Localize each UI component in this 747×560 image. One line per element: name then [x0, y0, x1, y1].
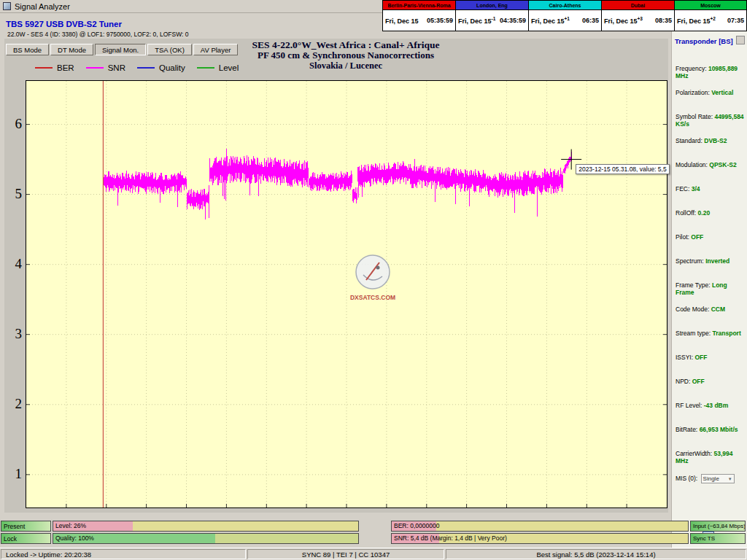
statusbar-panel-1: SYNC 89 | TEI 7 | CC 10347	[247, 549, 444, 559]
transponder-row-rf-level: RF Level: -43 dBm	[676, 402, 746, 409]
param-value: Transport	[713, 330, 741, 337]
legend-label: BER	[57, 63, 74, 72]
status-flag: Present	[1, 521, 51, 532]
panel-options-button[interactable]	[736, 36, 745, 44]
bar-fill	[436, 521, 688, 531]
clock-time-row: Fri, Dec 1505:35:59	[382, 10, 455, 31]
status-flag: Lock	[1, 533, 51, 544]
y-axis-label: 3	[4, 326, 22, 342]
transponder-row-polarization: Polarization: Vertical	[676, 89, 746, 96]
grid	[26, 81, 667, 508]
clock-time-row: Fri, Dec 15-104:35:59	[455, 10, 528, 31]
clock-time-row: Fri, Dec 15+308:35	[601, 10, 674, 31]
tuner-title: TBS 5927 USB DVB-S2 Tuner	[6, 20, 122, 28]
cursor-tooltip: 2023-12-15 05.31.08, value: 5,5	[576, 164, 670, 174]
param-label: Symbol Rate:	[676, 113, 713, 120]
transponder-row-npd: NPD: OFF	[676, 378, 746, 385]
param-label: Frequency:	[676, 65, 707, 72]
param-value: OFF	[691, 233, 703, 241]
param-label: Stream type:	[676, 330, 711, 337]
app-icon	[3, 2, 11, 10]
param-label: Code Mode:	[676, 306, 709, 313]
param-value: OFF	[692, 378, 705, 385]
meter-bar: Level: 26%	[53, 521, 359, 532]
plot-area[interactable]: DXSATCS.COM 2023-12-15 05.31.08, value: …	[26, 80, 667, 508]
transponder-row-symbol-rate: Symbol Rate: 44995,584 KS/s	[676, 113, 746, 128]
param-label: Standard:	[676, 137, 703, 144]
statusbar-panel-2: Best signal: 5,5 dB (2023-12-14 15:14)	[446, 549, 746, 559]
y-axis-label: 4	[4, 256, 22, 272]
gap	[359, 533, 391, 544]
legend-item-quality: Quality	[137, 63, 185, 72]
status-row-lock: LockQuality: 100%SNR: 5,4 dB (Margin: 1,…	[1, 533, 746, 544]
y-axis-label: 2	[4, 396, 22, 412]
transponder-row-frequency: Frequency: 10985,889 MHz	[676, 65, 746, 79]
param-value: Vertical	[711, 89, 733, 96]
param-label: CarrierWidth:	[676, 450, 712, 457]
signal-plot: DXSATCS.COM	[26, 81, 667, 508]
transponder-row-code-mode: Code Mode: CCM	[676, 306, 746, 313]
bar-fill	[215, 534, 358, 543]
signal-analyzer-window: Signal Analyzer Berlin-Paris-Vienna-Roma…	[0, 0, 747, 560]
legend-item-level: Level	[197, 63, 239, 72]
legend-label: Quality	[159, 63, 185, 72]
legend-swatch	[86, 67, 104, 69]
status-row-present: PresentLevel: 26%BER: 0,0000000Input (~6…	[1, 521, 746, 532]
param-label: Frame Type:	[676, 281, 711, 289]
param-label: RollOff:	[676, 209, 696, 217]
tab-av-player[interactable]: AV Player	[193, 44, 239, 55]
transponder-row-stream-type: Stream type: Transport	[676, 330, 746, 337]
param-label: RF Level:	[676, 402, 702, 409]
clock-city-label: Moscow	[674, 0, 747, 10]
clock-time: 07:35	[727, 17, 744, 24]
chart-panel: SES 4-22.0°W_West Africa : Canal+ Afriqu…	[4, 39, 668, 513]
tab-signal-mon[interactable]: Signal Mon.	[95, 44, 146, 55]
param-value: QPSK-S2	[709, 161, 736, 168]
param-value: -43 dBm	[704, 402, 729, 409]
y-axis-label: 5	[4, 186, 22, 202]
meter-bar: SNR: 5,4 dB (Margin: 1,4 dB | Very Poor)	[391, 533, 689, 544]
svg-text:DXSATCS.COM: DXSATCS.COM	[350, 294, 395, 301]
clock-dubai: DubaiFri, Dec 15+308:35	[601, 0, 674, 31]
tab-bs-mode[interactable]: BS Mode	[6, 44, 49, 55]
window-title: Signal Analyzer	[15, 2, 70, 11]
param-label: Spectrum:	[676, 257, 704, 265]
clock-time: 04:35:59	[500, 17, 526, 24]
transponder-row-standard: Standard: DVB-S2	[676, 137, 746, 144]
bar-fill	[133, 521, 358, 531]
param-label: ISSYI:	[676, 354, 693, 361]
snr-trace	[103, 149, 571, 508]
clock-date: Fri, Dec 15+1	[531, 16, 570, 25]
param-value: 3/4	[692, 185, 700, 192]
bar-text: Quality: 100%	[55, 534, 94, 543]
meter-bar: Quality: 100%	[53, 533, 359, 544]
mis-label: MIS (0):	[676, 475, 697, 482]
clock-date: Fri, Dec 15	[385, 16, 419, 25]
clock-time: 06:35	[582, 17, 599, 24]
tab-dt-mode[interactable]: DT Mode	[50, 44, 93, 55]
meter-bar: BER: 0,0000000	[391, 521, 689, 532]
legend-swatch	[35, 67, 53, 69]
tab-tsa-ok[interactable]: TSA (OK)	[147, 44, 192, 55]
transponder-row-spectrum: Spectrum: Inverted	[676, 257, 746, 265]
param-value: Inverted	[705, 257, 729, 265]
bar-text: SNR: 5,4 dB (Margin: 1,4 dB | Very Poor)	[394, 534, 507, 543]
world-clocks: Berlin-Paris-Vienna-RomaFri, Dec 1505:35…	[382, 0, 747, 31]
transponder-row-issyi: ISSYI: OFF	[676, 354, 746, 361]
transponder-row-fec: FEC: 3/4	[676, 185, 746, 192]
dxsatcs-watermark: DXSATCS.COM	[350, 255, 395, 301]
chart-legend: BERSNRQualityLevel	[35, 63, 239, 72]
param-label: BitRate:	[676, 426, 697, 433]
gap	[359, 521, 391, 532]
legend-label: SNR	[108, 63, 125, 72]
mode-tabs: BS ModeDT ModeSignal Mon.TSA (OK)AV Play…	[6, 44, 238, 55]
clock-moscow: MoscowFri, Dec 15+207:35	[674, 0, 747, 31]
statusbar: Locked -> Uptime: 20:20:38SYNC 89 | TEI …	[0, 548, 747, 560]
param-label: NPD:	[676, 378, 690, 385]
clock-time: 05:35:59	[427, 17, 453, 24]
mis-selected-value: Single	[703, 475, 719, 483]
param-label: Polarization:	[676, 89, 710, 96]
clock-city-label: London, Eng	[455, 0, 528, 10]
legend-swatch	[137, 67, 155, 69]
mis-select[interactable]: Single ▼	[701, 474, 735, 483]
